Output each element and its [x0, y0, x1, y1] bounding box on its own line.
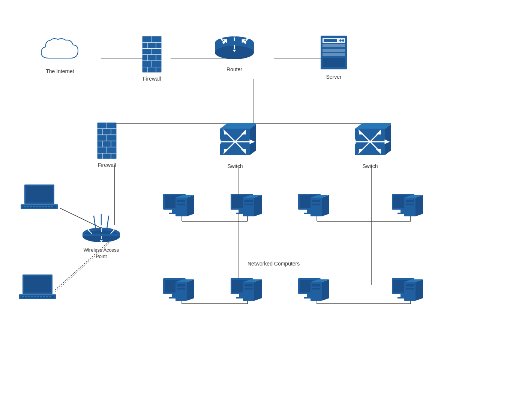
svg-marker-209	[416, 279, 423, 301]
svg-rect-121	[33, 206, 35, 207]
svg-rect-204	[312, 288, 320, 290]
cloud-icon	[38, 36, 82, 66]
svg-rect-213	[406, 288, 414, 290]
router-label: Router	[226, 66, 242, 73]
svg-marker-112	[100, 225, 103, 227]
laptop2-node	[19, 274, 56, 302]
pc2-icon	[229, 193, 262, 223]
laptop1-node	[21, 184, 58, 212]
svg-marker-173	[416, 195, 423, 216]
switch2-node: Switch	[350, 119, 391, 170]
svg-line-102	[107, 216, 109, 229]
switch1-label: Switch	[227, 163, 243, 170]
svg-rect-141	[49, 296, 51, 297]
pc7-node	[296, 278, 330, 308]
pc3-icon	[296, 193, 330, 223]
pc6-icon	[229, 278, 262, 308]
svg-rect-195	[244, 288, 253, 290]
svg-rect-134	[28, 296, 30, 297]
firewall1-icon	[141, 36, 163, 73]
svg-rect-136	[34, 296, 36, 297]
svg-rect-129	[24, 276, 51, 292]
svg-marker-94	[352, 140, 355, 143]
wap-label: Wireless AccessPoint	[84, 247, 119, 260]
switch1-node: Switch	[214, 119, 256, 170]
svg-rect-194	[244, 284, 253, 286]
svg-rect-133	[25, 296, 27, 297]
svg-rect-168	[312, 204, 320, 205]
svg-rect-54	[324, 39, 337, 42]
switch2-label: Switch	[362, 163, 378, 170]
svg-marker-89	[355, 123, 391, 129]
svg-rect-176	[406, 200, 414, 202]
svg-rect-123	[39, 206, 41, 207]
svg-marker-200	[322, 279, 329, 301]
pc6-node	[229, 278, 262, 308]
switch2-icon	[350, 119, 391, 160]
wap-icon	[81, 212, 122, 246]
pc4-node	[390, 193, 424, 223]
svg-marker-182	[187, 279, 194, 301]
svg-marker-164	[322, 195, 329, 216]
svg-rect-115	[26, 186, 53, 202]
svg-rect-126	[48, 206, 50, 207]
svg-rect-135	[31, 296, 33, 297]
pc4-icon	[390, 193, 424, 223]
laptop1-icon	[21, 184, 58, 212]
svg-rect-203	[312, 284, 320, 286]
pc1-node	[161, 193, 195, 223]
switch1-icon	[214, 119, 256, 160]
svg-rect-60	[322, 58, 345, 67]
svg-marker-82	[217, 140, 220, 143]
svg-rect-57	[322, 44, 345, 47]
svg-line-100	[94, 216, 96, 229]
svg-rect-185	[177, 284, 185, 286]
svg-point-55	[339, 39, 342, 42]
svg-marker-191	[254, 279, 262, 301]
pc2-node	[229, 193, 262, 223]
svg-marker-50	[233, 34, 236, 36]
svg-rect-125	[45, 206, 47, 207]
pc5-icon	[161, 278, 195, 308]
svg-rect-159	[244, 204, 253, 205]
svg-rect-132	[22, 296, 24, 297]
router-icon	[214, 34, 255, 64]
pc8-node	[390, 278, 424, 308]
pc1-icon	[161, 193, 195, 223]
svg-marker-146	[187, 195, 194, 216]
svg-rect-119	[27, 206, 29, 207]
laptop2-icon	[19, 274, 56, 302]
pc7-icon	[296, 278, 330, 308]
svg-rect-212	[406, 284, 414, 286]
svg-rect-105	[82, 234, 120, 236]
svg-rect-139	[43, 296, 45, 297]
firewall1-node: Firewall	[141, 36, 163, 82]
firewall2-node: Firewall	[96, 122, 118, 168]
networked-computers-label: Networked Computers	[248, 261, 300, 267]
network-diagram: The Internet Firewall	[0, 0, 510, 420]
svg-rect-167	[312, 200, 320, 202]
pc5-node	[161, 278, 195, 308]
svg-marker-77	[220, 123, 256, 129]
svg-marker-155	[254, 195, 262, 216]
svg-rect-150	[177, 204, 185, 205]
svg-rect-58	[322, 49, 345, 52]
svg-rect-137	[37, 296, 39, 297]
svg-rect-118	[24, 206, 26, 207]
firewall2-label: Firewall	[98, 162, 116, 168]
svg-rect-140	[46, 296, 48, 297]
pc3-node	[296, 193, 330, 223]
svg-rect-186	[177, 288, 185, 290]
svg-point-56	[342, 39, 344, 42]
svg-rect-177	[406, 204, 414, 205]
svg-rect-149	[177, 200, 185, 202]
svg-rect-127	[51, 206, 53, 207]
router-node: Router	[214, 34, 255, 73]
pc8-icon	[390, 278, 424, 308]
firewall1-label: Firewall	[143, 75, 161, 82]
firewall2-icon	[96, 122, 118, 159]
server-node: Server	[319, 34, 349, 80]
svg-rect-124	[42, 206, 44, 207]
svg-rect-122	[36, 206, 38, 207]
wap-node: Wireless AccessPoint	[81, 212, 122, 260]
